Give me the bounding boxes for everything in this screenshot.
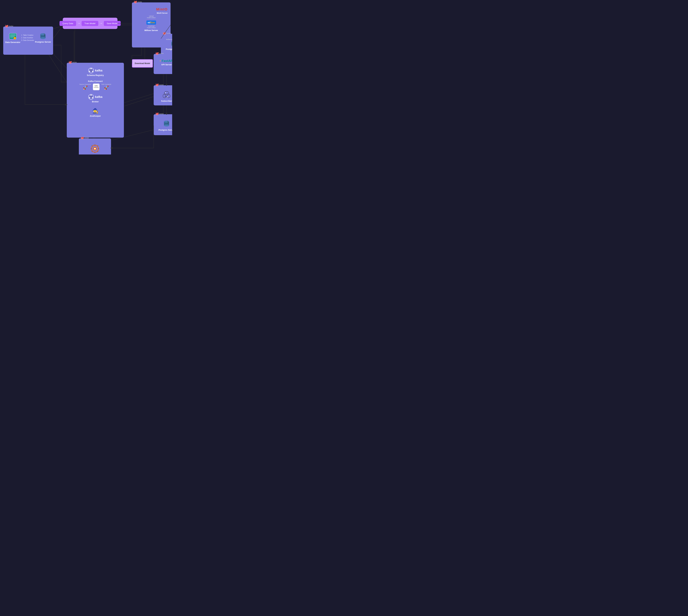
schema-registry-area: kafka Schema Registry bbox=[87, 68, 104, 76]
docker-badge-minio: 🐙 Docker bbox=[134, 0, 142, 4]
kafka-connect-row: Source Connector 🚀 kafka Connect Sink Co bbox=[68, 83, 122, 90]
svg-point-40 bbox=[91, 95, 92, 96]
subscriber-label: Subscriber bbox=[161, 100, 172, 102]
source-connector-area: Source Connector 🚀 bbox=[79, 84, 91, 90]
svg-rect-16 bbox=[10, 37, 13, 38]
data-generator-box: 🐙 Docker ⚡ Data Generator 1. Table Cre bbox=[3, 26, 53, 55]
docker-icon-minio: 🐙 bbox=[134, 0, 137, 4]
kafka-connect-logo-area: kafka Connect bbox=[93, 83, 100, 90]
broker-area: kafka Broker bbox=[88, 94, 102, 103]
docker-icon-pg-bottom: 🐙 bbox=[155, 112, 159, 115]
pipeline-step-save: Save Model bbox=[104, 21, 121, 26]
data-generator-label: Data Generator bbox=[5, 41, 20, 43]
docker-icon-data-gen: 🐙 bbox=[5, 24, 8, 28]
docker-badge-pg-bottom: 🐙 Docker bbox=[155, 112, 164, 115]
svg-point-30 bbox=[92, 71, 93, 72]
svg-point-64 bbox=[94, 148, 96, 150]
kafka-connect-logo: kafka Connect bbox=[93, 83, 100, 90]
kafka-cluster-box: 🐙 Docker kafka Schema Registry bbox=[67, 63, 124, 138]
postgres-icon-top-left bbox=[39, 32, 47, 40]
zookeeper-area: 🧙 ZooKeeper bbox=[90, 107, 101, 117]
postgres-top-right-label: Postgres Server bbox=[166, 48, 172, 50]
kafka-broker-icon bbox=[88, 94, 94, 100]
svg-line-71 bbox=[53, 26, 63, 39]
mlflow-server-label: Mlflow Server bbox=[145, 29, 158, 31]
pipeline-box: Query Data → Train Model → Save Model bbox=[63, 18, 117, 29]
schema-registry-label: Schema Registry bbox=[87, 74, 104, 76]
download-note: Downloadmodel artifact bbox=[147, 25, 156, 28]
svg-text:🧙: 🧙 bbox=[92, 108, 98, 114]
svg-point-51 bbox=[164, 125, 169, 127]
api-server-label: API Server bbox=[161, 63, 172, 66]
kafka-broker-text: kafka bbox=[95, 95, 102, 98]
data-generator-list: 1. Table Creation 2. Data Insertion 3. D… bbox=[21, 34, 34, 42]
pipeline-step-train: Train Model bbox=[82, 21, 98, 26]
svg-rect-13 bbox=[10, 34, 16, 35]
download-model-button[interactable]: Download Model bbox=[132, 59, 153, 68]
grafana-brand: Grafana bbox=[90, 154, 100, 154]
svg-point-41 bbox=[89, 97, 90, 98]
arrow-icon: → bbox=[77, 22, 80, 25]
kafka-schema-text: kafka bbox=[95, 69, 102, 72]
docker-icon-pg-top-right: 🐙 bbox=[162, 31, 166, 35]
postgres-top-left-icon-area: Postgres Server bbox=[35, 32, 51, 43]
docker-badge-pg-top-right: 🐙 Docker bbox=[162, 31, 171, 35]
fastapi-text: FastAPI bbox=[162, 59, 172, 63]
postgres-icon-bottom bbox=[163, 120, 170, 128]
upload-note: Uploadmodel artifact bbox=[147, 15, 156, 19]
minio-logo: MinIO bbox=[156, 7, 168, 12]
source-connector-icon: 🚀 bbox=[83, 85, 88, 90]
docker-badge-kafka: 🐙 Docker bbox=[68, 61, 77, 64]
svg-text:🚀: 🚀 bbox=[104, 85, 109, 90]
svg-line-31 bbox=[90, 69, 91, 71]
svg-line-43 bbox=[90, 96, 91, 97]
sink-connector-icon: 🚀 bbox=[104, 85, 109, 90]
broker-label: Broker bbox=[92, 101, 99, 103]
arrow-icon-2: → bbox=[99, 22, 103, 25]
svg-point-21 bbox=[40, 37, 46, 39]
docker-badge-grafana: 🐙 Docker bbox=[81, 136, 89, 140]
docker-icon-kafka: 🐙 bbox=[68, 61, 72, 64]
subscriber-box: 🐙 Docker Subscriber bbox=[154, 85, 172, 105]
postgres-top-left-label: Postgres Server bbox=[35, 41, 51, 43]
docker-badge-subscriber: 🐙 Docker bbox=[155, 83, 164, 87]
zookeeper-icon: 🧙 bbox=[90, 107, 101, 114]
data-generator-icon-area: ⚡ Data Generator bbox=[5, 32, 20, 43]
svg-text:⚡: ⚡ bbox=[14, 37, 16, 39]
kafka-connect-label: Kafka Connect bbox=[68, 80, 122, 82]
docker-icon-api: 🐙 bbox=[155, 52, 159, 55]
svg-point-42 bbox=[92, 97, 93, 98]
svg-line-32 bbox=[91, 69, 92, 71]
svg-line-44 bbox=[91, 96, 92, 97]
pipeline-step-query: Query Data bbox=[60, 21, 76, 26]
svg-line-69 bbox=[124, 96, 154, 106]
api-server-box: 🐙 Docker ⚡ FastAPI API Server bbox=[154, 54, 172, 74]
svg-point-28 bbox=[91, 68, 92, 69]
postgres-bottom-right-box: 🐙 Docker Postgres Server bbox=[154, 114, 172, 135]
postgres-bottom-right-label: Postgres Server bbox=[158, 129, 172, 131]
grafana-box: 🐙 Docker bbox=[79, 138, 111, 154]
docker-badge-data-gen: 🐙 Docker bbox=[5, 24, 13, 28]
python-icon bbox=[163, 91, 170, 98]
svg-rect-15 bbox=[10, 36, 15, 37]
svg-point-47 bbox=[165, 92, 166, 93]
download-model-label: Download Model bbox=[135, 62, 150, 65]
docker-icon-subscriber: 🐙 bbox=[155, 83, 159, 87]
sink-connector-area: Sink Connector 🚀 bbox=[102, 84, 111, 90]
svg-text:kafka: kafka bbox=[95, 85, 98, 87]
svg-line-10 bbox=[47, 51, 68, 84]
svg-line-8 bbox=[121, 93, 154, 104]
docker-icon-grafana: 🐙 bbox=[81, 136, 84, 140]
svg-text:🚀: 🚀 bbox=[83, 85, 88, 90]
kafka-connect-area: Kafka Connect Source Connector 🚀 kafka C… bbox=[68, 80, 122, 90]
svg-point-29 bbox=[89, 71, 90, 72]
data-generator-svg: ⚡ bbox=[9, 32, 17, 40]
kafka-schema-icon bbox=[88, 68, 94, 73]
svg-point-48 bbox=[167, 96, 168, 97]
svg-rect-14 bbox=[10, 35, 16, 36]
docker-badge-api: 🐙 Docker bbox=[155, 52, 164, 55]
diagram-container: Query Data → Train Model → Save Model 🐙 … bbox=[0, 0, 172, 154]
zookeeper-label: ZooKeeper bbox=[90, 115, 101, 117]
minio-server-label: MinIO Server bbox=[157, 12, 168, 14]
grafana-icon bbox=[90, 144, 100, 154]
